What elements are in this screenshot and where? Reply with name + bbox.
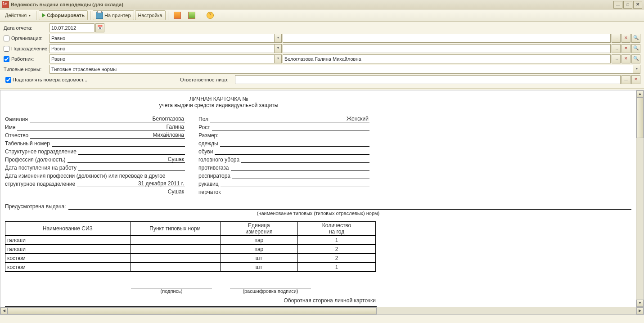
export-icon-2 (188, 12, 195, 19)
org-label: Организация: (4, 36, 49, 41)
settings-button[interactable]: Настройка (135, 10, 166, 20)
subst-label: Подставлять номера ведомост... (13, 77, 87, 82)
emp-label: Работник: (4, 56, 49, 62)
org-value-input[interactable] (283, 34, 611, 43)
minimize-button[interactable] (613, 1, 622, 9)
resp-label: Ответственное лицо: (180, 77, 234, 82)
export-button-2[interactable] (185, 10, 198, 20)
dep-value-input[interactable] (283, 44, 611, 53)
app-icon (2, 1, 9, 8)
print-button[interactable]: На принтер (93, 10, 134, 20)
resp-select-button[interactable] (621, 75, 630, 84)
dropdown-icon[interactable]: ▾ (274, 45, 281, 53)
resp-clear-button[interactable] (631, 75, 640, 84)
title-bar: Ведомость выдачи спецодежды (для склада) (0, 0, 644, 9)
dep-comparison-select[interactable]: Равно▾ (50, 44, 282, 53)
resp-input[interactable] (235, 75, 621, 84)
dropdown-icon[interactable]: ▾ (633, 65, 640, 73)
actions-menu[interactable]: Действия▾ (2, 10, 34, 20)
subst-checkbox[interactable] (5, 77, 11, 83)
play-icon (42, 13, 45, 18)
emp-search-button[interactable] (631, 54, 640, 63)
org-search-button[interactable] (631, 34, 640, 43)
toolbar: Действия▾ Сформировать На принтер Настро… (0, 9, 644, 22)
emp-clear-button[interactable] (621, 54, 630, 63)
export-button-1[interactable] (171, 10, 184, 20)
maximize-button[interactable] (623, 1, 632, 9)
date-label: Дата отчета: (4, 25, 49, 31)
form-button[interactable]: Сформировать (39, 10, 88, 20)
printer-icon (96, 12, 103, 19)
filter-panel: Дата отчета: 10.07.2012 Организация: Рав… (0, 22, 644, 89)
export-icon (174, 12, 181, 19)
help-button[interactable]: ? (203, 10, 217, 20)
dep-label: Подразделение: (4, 46, 49, 52)
org-comparison-select[interactable]: Равно▾ (50, 34, 282, 43)
close-button[interactable] (633, 1, 642, 9)
dep-checkbox[interactable] (4, 46, 9, 52)
emp-select-button[interactable] (612, 54, 621, 63)
org-select-button[interactable] (612, 34, 621, 43)
norms-select[interactable]: Типовые отраслевые нормы▾ (50, 65, 640, 74)
window-title: Ведомость выдачи спецодежды (для склада) (11, 2, 123, 7)
org-clear-button[interactable] (621, 34, 630, 43)
emp-checkbox[interactable] (4, 56, 9, 62)
dep-search-button[interactable] (631, 44, 640, 53)
dep-clear-button[interactable] (621, 44, 630, 53)
dep-select-button[interactable] (612, 44, 621, 53)
calendar-button[interactable] (95, 23, 104, 32)
norms-label: Типовые нормы: (4, 67, 49, 72)
date-input[interactable]: 10.07.2012 (50, 23, 95, 32)
org-checkbox[interactable] (4, 36, 9, 41)
dropdown-icon[interactable]: ▾ (274, 55, 281, 63)
emp-comparison-select[interactable]: Равно▾ (50, 54, 282, 63)
emp-value-input[interactable]: Белоглазова Галина Михайловна (283, 54, 611, 63)
dropdown-icon[interactable]: ▾ (274, 34, 281, 42)
help-icon: ? (207, 12, 214, 19)
